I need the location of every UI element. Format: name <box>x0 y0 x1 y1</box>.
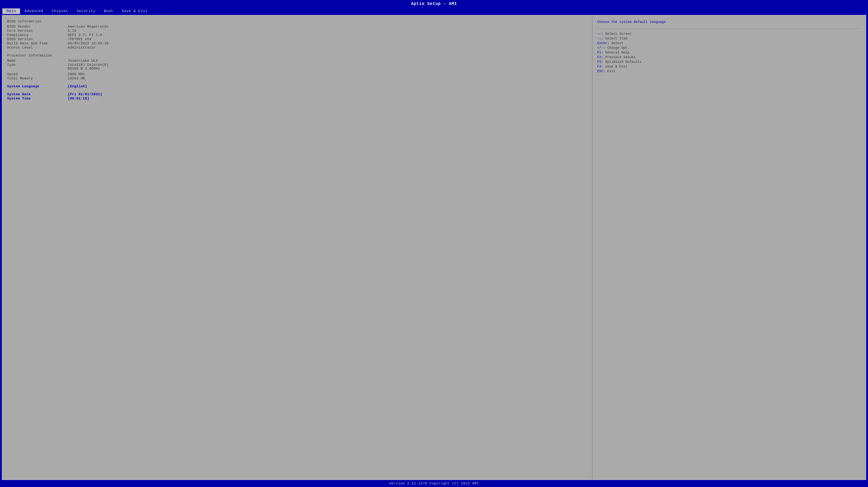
bios-section-row: BIOS Information <box>7 20 587 24</box>
sys-language-label: System Language <box>7 85 68 88</box>
bios-vendor-label: BIOS Vendor <box>7 25 68 29</box>
shortcut-desc: Optimized Defaults <box>606 60 642 64</box>
compliancy-value: UEFI 2.7; PI 1.6 <box>68 33 102 37</box>
shortcut-row: Enter: Select <box>597 41 861 45</box>
proc-speed-row: Speed 2000 MHz <box>7 72 587 76</box>
proc-type-line2: N5105 @ 2.00GHz <box>68 67 108 70</box>
sys-time-label: System Time <box>7 97 68 100</box>
processor-section-header: Processor Information <box>7 54 52 57</box>
app-title: Aptio Setup - AMI <box>411 1 457 6</box>
proc-type-value: Intel(R) Celeron(R) N5105 @ 2.00GHz <box>68 63 108 70</box>
content-area: BIOS Information BIOS Vendor American Me… <box>2 15 866 480</box>
shortcut-key: Enter: <box>597 41 612 45</box>
core-version-row: Core Version 5.19 <box>7 29 587 33</box>
shortcut-key: +/-: <box>597 46 607 50</box>
proc-speed-label: Speed <box>7 72 68 76</box>
bios-version-value: JTKT001 x64 <box>68 37 92 41</box>
menu-item-advanced[interactable]: Advanced <box>20 8 48 14</box>
shortcut-row: F2: Previous Values <box>597 55 861 59</box>
shortcut-row: F3: Optimized Defaults <box>597 60 861 64</box>
compliancy-row: Compliancy UEFI 2.7; PI 1.6 <box>7 33 587 37</box>
access-level-value: Administrator <box>68 46 96 50</box>
proc-type-row: Type Intel(R) Celeron(R) N5105 @ 2.00GHz <box>7 63 587 70</box>
right-panel: Choose the system default language →←: S… <box>592 16 866 480</box>
shortcut-key: ↑↓: <box>597 37 606 40</box>
title-bar: Aptio Setup - AMI <box>0 0 868 7</box>
menu-item-boot[interactable]: Boot <box>100 8 118 14</box>
core-version-label: Core Version <box>7 29 68 33</box>
proc-type-line1: Intel(R) Celeron(R) <box>68 63 108 67</box>
menu-item-main[interactable]: Main <box>2 8 20 14</box>
bios-version-row: BIOS Version JTKT001 x64 <box>7 37 587 41</box>
menu-bar: MainAdvancedChipsetSecurityBootSave & Ex… <box>0 7 868 15</box>
shortcut-desc: Select Screen <box>606 32 631 36</box>
bios-vendor-value: American Megatrends <box>68 25 108 29</box>
bios-section-header: BIOS Information <box>7 20 41 23</box>
sys-language-value: [English] <box>68 85 87 88</box>
build-date-value: 05/05/2022 15:03:35 <box>68 41 108 45</box>
compliancy-label: Compliancy <box>7 33 68 37</box>
access-level-row: Access Level Administrator <box>7 46 587 50</box>
sys-date-label: System Date <box>7 92 68 96</box>
shortcut-row: ↑↓: Select Item <box>597 37 861 40</box>
processor-section-row: Processor Information <box>7 54 587 58</box>
shortcut-row: F1: General Help <box>597 51 861 54</box>
shortcut-row: F4: Save & Exit <box>597 65 861 68</box>
footer: Version 2.21.1278 Copyright (C) 2022 AMI <box>0 480 868 487</box>
proc-name-row: Name JasperLake ULX <box>7 59 587 63</box>
proc-memory-label: Total Memory <box>7 77 68 80</box>
shortcut-key: F2: <box>597 55 606 59</box>
menu-item-saveexit[interactable]: Save & Exit <box>118 8 152 14</box>
build-date-row: Build Date and Time 05/05/2022 15:03:35 <box>7 41 587 45</box>
shortcut-desc: Change Opt. <box>607 46 629 50</box>
shortcut-key: F1: <box>597 51 606 54</box>
build-date-label: Build Date and Time <box>7 41 68 45</box>
sys-time-row[interactable]: System Time [00:01:18] <box>7 97 587 100</box>
sys-language-row[interactable]: System Language [English] <box>7 85 587 88</box>
core-version-value: 5.19 <box>68 29 76 33</box>
proc-memory-value: 16384 MB <box>68 77 85 80</box>
bios-version-label: BIOS Version <box>7 37 68 41</box>
shortcut-row: →←: Select Screen <box>597 32 861 36</box>
menu-item-chipset[interactable]: Chipset <box>48 8 72 14</box>
shortcut-desc: Exit <box>607 69 615 73</box>
sys-date-row[interactable]: System Date [Fri 01/01/2021] <box>7 92 587 96</box>
shortcut-desc: Save & Exit <box>606 65 627 68</box>
proc-speed-value: 2000 MHz <box>68 72 85 76</box>
shortcut-row: +/-: Change Opt. <box>597 46 861 50</box>
access-level-label: Access Level <box>7 46 68 50</box>
shortcut-desc: Select Item <box>606 37 627 40</box>
shortcut-desc: General Help <box>606 51 630 54</box>
sys-date-value: [Fri 01/01/2021] <box>68 92 102 96</box>
shortcut-desc: Select <box>612 41 624 45</box>
proc-name-label: Name <box>7 59 68 63</box>
left-panel: BIOS Information BIOS Vendor American Me… <box>2 16 592 480</box>
bios-vendor-row: BIOS Vendor American Megatrends <box>7 25 587 29</box>
shortcut-key: F3: <box>597 60 606 64</box>
shortcut-key: →←: <box>597 32 606 36</box>
proc-memory-row: Total Memory 16384 MB <box>7 77 587 80</box>
proc-name-value: JasperLake ULX <box>68 59 98 63</box>
proc-type-label: Type <box>7 63 68 70</box>
shortcut-list: →←: Select Screen↑↓: Select ItemEnter: S… <box>597 32 861 74</box>
shortcut-desc: Previous Values <box>606 55 636 59</box>
sys-time-value: [00:01:18] <box>68 97 89 100</box>
shortcut-row: ESC: Exit <box>597 69 861 73</box>
menu-item-security[interactable]: Security <box>72 8 100 14</box>
help-text: Choose the system default language <box>597 20 861 24</box>
footer-text: Version 2.21.1278 Copyright (C) 2022 AMI <box>389 481 479 486</box>
shortcut-key: F4: <box>597 65 606 68</box>
shortcut-key: ESC: <box>597 69 607 73</box>
